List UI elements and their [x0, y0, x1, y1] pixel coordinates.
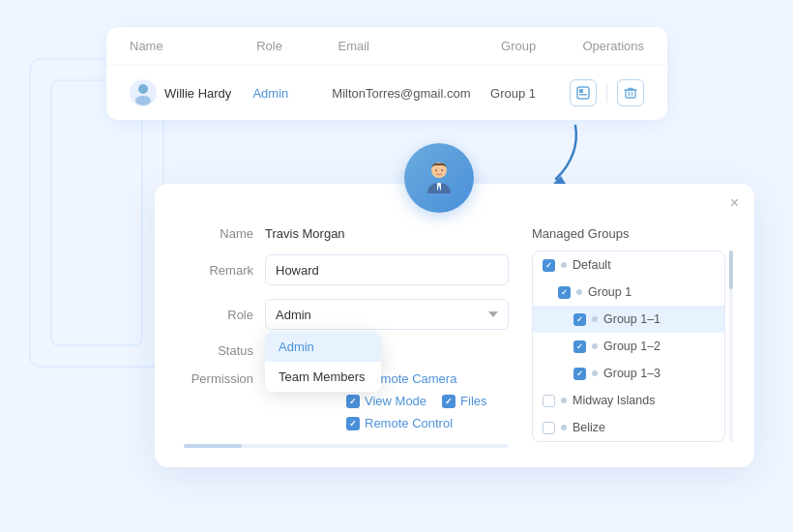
group-checkbox-midway[interactable] [543, 395, 555, 407]
group-checkbox-belize[interactable] [543, 422, 555, 434]
group-bullet-1-2 [592, 343, 598, 349]
edit-icon[interactable] [570, 79, 597, 106]
status-label: Status [184, 343, 253, 358]
avatar-icon [130, 79, 157, 106]
svg-point-11 [441, 169, 443, 171]
groups-scroll: Default Group 1 Group 1–1 [532, 251, 725, 442]
row-operations [570, 79, 644, 106]
group-item-1-3[interactable]: Group 1–3 [533, 360, 724, 387]
group-bullet-midway [561, 398, 567, 403]
group-checkbox-1-2[interactable] [573, 340, 586, 353]
group-item-default[interactable]: Default [533, 251, 724, 279]
perm-remote-control: Remote Control [346, 416, 453, 430]
role-select[interactable]: Admin Team Members [265, 299, 509, 330]
group-bullet-belize [561, 425, 567, 430]
groups-scrollbar-thumb [729, 251, 733, 289]
col-header-group: Group [501, 39, 582, 53]
group-label-midway: Midway Islands [573, 394, 655, 407]
col-header-role: Role [256, 39, 338, 53]
remark-input[interactable] [265, 254, 509, 285]
row-avatar [130, 79, 157, 106]
group-label-default: Default [573, 258, 611, 272]
perm-files-checkbox[interactable] [442, 395, 455, 408]
op-divider [606, 83, 607, 103]
row-role: Admin [252, 86, 332, 101]
role-row: Role Admin Team Members Admin Team Membe… [184, 299, 509, 330]
group-item-1-1[interactable]: Group 1–1 [533, 306, 724, 333]
table-row: Willie Hardy Admin MiltonTorres@gmail.co… [106, 66, 667, 120]
perm-view-mode: View Mode [346, 394, 426, 408]
row-group: Group 1 [490, 86, 570, 101]
svg-rect-4 [579, 94, 587, 96]
group-item-midway[interactable]: Midway Islands [533, 387, 724, 414]
groups-scrollbar[interactable] [729, 251, 733, 442]
permission-label: Permission [184, 371, 253, 386]
svg-point-10 [435, 169, 437, 171]
arrow [513, 116, 590, 193]
group-bullet-1-3 [592, 370, 598, 376]
remark-row: Remark [184, 254, 509, 285]
table-header: Name Role Email Group Operations [106, 27, 667, 66]
group-item-1[interactable]: Group 1 [533, 279, 724, 306]
group-item-belize[interactable]: Belize [533, 414, 724, 441]
role-dropdown[interactable]: Admin Team Members [265, 332, 381, 392]
svg-rect-3 [579, 89, 583, 93]
svg-point-1 [135, 96, 151, 105]
scroll-thumb[interactable] [184, 444, 242, 448]
row-name: Willie Hardy [130, 79, 252, 106]
perm-view-mode-label: View Mode [365, 394, 426, 408]
name-row: Name Travis Morgan [184, 226, 509, 241]
perm-files: Files [442, 394, 486, 408]
row-email: MiltonTorres@gmail.com [332, 86, 490, 101]
close-button[interactable]: × [730, 195, 739, 211]
group-checkbox-1-1[interactable] [573, 313, 586, 326]
remark-label: Remark [184, 263, 253, 278]
main-modal: × Name Travis Morgan Remark Role Admin T… [155, 184, 754, 467]
group-bullet-1-1 [592, 316, 598, 322]
name-label: Name [184, 226, 253, 241]
delete-icon[interactable] [617, 79, 644, 106]
col-header-name: Name [130, 39, 256, 53]
group-checkbox-1-3[interactable] [573, 368, 586, 380]
top-table-card: Name Role Email Group Operations Willie … [106, 27, 667, 120]
user-avatar-bubble [404, 143, 474, 213]
perm-view-mode-checkbox[interactable] [346, 395, 360, 408]
person-icon [418, 157, 460, 199]
perm-files-label: Files [460, 394, 486, 408]
scroll-bar [184, 444, 509, 448]
perm-remote-control-label: Remote Control [365, 416, 453, 430]
group-item-1-2[interactable]: Group 1–2 [533, 333, 724, 360]
svg-rect-5 [626, 90, 635, 98]
col-header-email: Email [338, 39, 501, 53]
perm-remote-control-checkbox[interactable] [346, 417, 360, 430]
name-value: Travis Morgan [265, 226, 345, 241]
group-label-1: Group 1 [588, 285, 631, 299]
col-header-ops: Operations [582, 39, 644, 53]
svg-rect-2 [577, 87, 589, 99]
group-checkbox-1[interactable] [558, 286, 571, 299]
group-label-1-3: Group 1–3 [603, 367, 661, 380]
groups-list: Default Group 1 Group 1–1 [532, 251, 725, 442]
row-name-text: Willie Hardy [164, 86, 231, 101]
svg-point-0 [138, 84, 148, 94]
role-label: Role [184, 308, 253, 322]
dropdown-item-admin[interactable]: Admin [265, 332, 381, 362]
form-section: Name Travis Morgan Remark Role Admin Tea… [184, 226, 509, 448]
group-bullet-default [561, 262, 567, 268]
groups-title: Managed Groups [532, 226, 725, 241]
group-label-1-1: Group 1–1 [603, 312, 661, 326]
group-label-belize: Belize [573, 421, 605, 434]
dropdown-item-team[interactable]: Team Members [265, 362, 381, 392]
group-checkbox-default[interactable] [543, 259, 555, 272]
group-bullet-1 [576, 289, 582, 295]
modal-body: Name Travis Morgan Remark Role Admin Tea… [184, 226, 725, 448]
group-label-1-2: Group 1–2 [603, 340, 661, 353]
groups-panel: Managed Groups Default Group 1 [532, 226, 725, 448]
